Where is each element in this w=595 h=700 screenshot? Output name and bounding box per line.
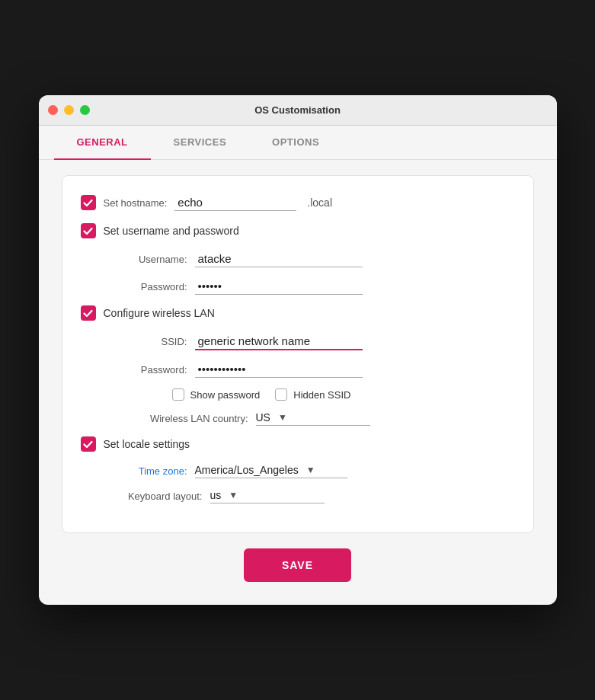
credentials-section-header: Set username and password	[81, 223, 515, 238]
wireless-checkbox[interactable]	[81, 305, 96, 321]
tab-options[interactable]: OPTIONS	[249, 126, 342, 160]
password-input[interactable]	[195, 278, 363, 295]
locale-section-header: Set locale settings	[81, 436, 515, 452]
keyboard-label: Keyboard layout:	[104, 491, 203, 502]
traffic-lights	[48, 105, 90, 115]
hidden-ssid-label: Hidden SSID	[293, 389, 350, 401]
show-password-checkbox[interactable]	[172, 388, 184, 401]
keyboard-dropdown-arrow: ▼	[229, 490, 238, 500]
show-password-label: Show password	[190, 389, 261, 401]
wifi-password-label: Password:	[104, 364, 187, 376]
credentials-title: Set username and password	[104, 225, 239, 237]
tab-general[interactable]: GENERAL	[54, 126, 151, 160]
country-value: US	[256, 411, 270, 424]
ssid-input[interactable]	[195, 333, 363, 350]
locale-checkbox[interactable]	[81, 436, 96, 452]
country-select[interactable]: US ▼	[256, 411, 370, 426]
wireless-title: Configure wireless LAN	[104, 307, 215, 319]
locale-title: Set locale settings	[104, 438, 190, 450]
hostname-input[interactable]	[174, 194, 296, 211]
hidden-ssid-checkbox[interactable]	[275, 388, 287, 401]
hostname-section-header: Set hostname: .local	[81, 194, 515, 211]
timezone-row: Time zone: America/Los_Angeles ▼	[104, 464, 515, 478]
username-row: Username:	[104, 251, 515, 267]
tab-services[interactable]: SERVICES	[151, 126, 250, 160]
keyboard-select[interactable]: us ▼	[210, 489, 325, 503]
password-label: Password:	[104, 281, 187, 292]
hostname-checkbox[interactable]	[81, 195, 96, 210]
keyboard-row: Keyboard layout: us ▼	[104, 489, 515, 503]
wifi-options-row: Show password Hidden SSID	[172, 388, 515, 401]
timezone-value: America/Los_Angeles	[195, 464, 299, 476]
maximize-button[interactable]	[80, 105, 90, 115]
country-label: Wireless LAN country:	[104, 413, 248, 424]
wifi-password-row: Password:	[104, 361, 515, 378]
hostname-label: Set hostname:	[104, 197, 168, 209]
ssid-label: SSID:	[104, 336, 187, 347]
wifi-password-input[interactable]	[195, 361, 363, 378]
credentials-checkbox[interactable]	[81, 223, 96, 238]
window-title: OS Customisation	[254, 104, 341, 116]
username-label: Username:	[104, 254, 187, 265]
minimize-button[interactable]	[64, 105, 74, 115]
password-row: Password:	[104, 278, 515, 295]
timezone-dropdown-arrow: ▼	[306, 465, 315, 475]
save-row: SAVE	[62, 548, 534, 582]
ssid-row: SSID:	[104, 333, 515, 350]
wireless-section-header: Configure wireless LAN	[81, 305, 515, 321]
hidden-ssid-item[interactable]: Hidden SSID	[275, 388, 350, 401]
close-button[interactable]	[48, 105, 58, 115]
country-dropdown-arrow: ▼	[278, 412, 287, 423]
show-password-item[interactable]: Show password	[172, 388, 261, 401]
tab-bar: GENERAL SERVICES OPTIONS	[39, 126, 557, 160]
main-content: Set hostname: .local Set username and pa…	[39, 160, 557, 605]
username-input[interactable]	[195, 251, 363, 267]
title-bar: OS Customisation	[39, 95, 557, 126]
hostname-suffix: .local	[307, 197, 332, 209]
country-row: Wireless LAN country: US ▼	[104, 411, 515, 426]
timezone-select[interactable]: America/Los_Angeles ▼	[195, 464, 347, 478]
save-button[interactable]: SAVE	[244, 548, 351, 582]
form-card: Set hostname: .local Set username and pa…	[62, 175, 534, 533]
timezone-label: Time zone:	[104, 465, 187, 477]
app-window: OS Customisation GENERAL SERVICES OPTION…	[39, 95, 557, 605]
keyboard-value: us	[210, 489, 222, 501]
